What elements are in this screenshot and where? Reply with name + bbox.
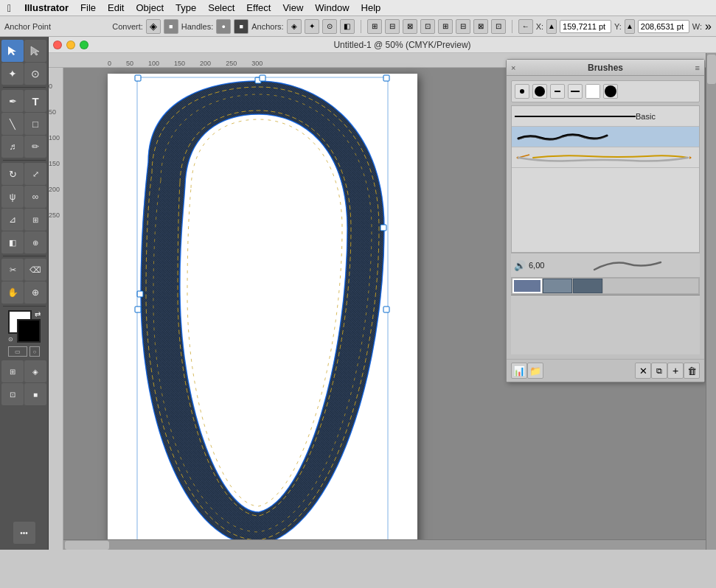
scrollbar-horizontal[interactable] bbox=[63, 539, 706, 550]
type-tool[interactable]: T bbox=[24, 90, 46, 112]
extra-tool-3[interactable]: ⊡ bbox=[1, 383, 24, 405]
brush-row-charcoal[interactable] bbox=[512, 127, 699, 147]
menu-illustrator[interactable]: Illustrator bbox=[18, 2, 74, 13]
scrollbar-thumb-h[interactable] bbox=[65, 541, 109, 550]
menu-object[interactable]: Object bbox=[130, 2, 170, 13]
y-value-input[interactable] bbox=[638, 20, 689, 33]
anchor-btn1[interactable]: ◈ bbox=[287, 19, 302, 34]
anchor-btn3[interactable]: ⊙ bbox=[322, 19, 337, 34]
shape-builder-tool[interactable]: ⊕ bbox=[24, 231, 46, 253]
menu-edit[interactable]: Edit bbox=[102, 2, 130, 13]
warp-tool[interactable]: ψ bbox=[1, 186, 24, 208]
handle-btn1[interactable]: ● bbox=[216, 19, 231, 34]
brush-dot-dash-med[interactable] bbox=[568, 84, 583, 99]
more-options[interactable]: » bbox=[705, 20, 712, 33]
zoom-tool[interactable]: ⊕ bbox=[24, 281, 46, 304]
convert-btn2[interactable]: ■ bbox=[164, 19, 178, 34]
arrow-left[interactable]: ← bbox=[518, 19, 533, 34]
direct-selection-tool[interactable] bbox=[24, 40, 46, 62]
brushes-titlebar[interactable]: × Brushes ≡ bbox=[507, 60, 704, 76]
align-right[interactable]: ⊠ bbox=[403, 19, 417, 34]
panel-libraries-icon[interactable]: 📊 bbox=[511, 363, 527, 379]
menu-select[interactable]: Select bbox=[202, 2, 240, 13]
align-center-v[interactable]: ⊞ bbox=[438, 19, 453, 34]
extra-tool-1[interactable]: ⊞ bbox=[1, 360, 24, 382]
x-direction[interactable]: ▲ bbox=[546, 19, 557, 34]
brush-dot-large[interactable] bbox=[532, 84, 547, 99]
gradient-tool[interactable]: ◧ bbox=[1, 231, 24, 253]
brush-dot-small[interactable] bbox=[515, 84, 529, 99]
align-top[interactable]: ⊡ bbox=[420, 19, 435, 34]
close-button[interactable] bbox=[53, 41, 62, 49]
canvas-area[interactable]: Untitled-1 @ 50% (CMYK/Preview) 0 50 100… bbox=[49, 37, 716, 550]
selection-tool[interactable] bbox=[1, 40, 24, 62]
brush-row-basic[interactable]: Basic bbox=[512, 106, 699, 127]
apple-menu[interactable]:  bbox=[0, 2, 18, 14]
brush-dot-dash-short[interactable] bbox=[550, 84, 565, 99]
fill-indicator[interactable]: ▭ bbox=[8, 346, 27, 357]
minimize-button[interactable] bbox=[66, 41, 75, 49]
panel-folder-icon[interactable]: 📁 bbox=[527, 363, 543, 379]
brush-dot-black[interactable] bbox=[603, 84, 618, 99]
menu-view[interactable]: View bbox=[277, 2, 309, 13]
pen-tool[interactable]: ✒ bbox=[1, 90, 24, 112]
document-title: Untitled-1 @ 50% (CMYK/Preview) bbox=[88, 40, 716, 50]
rectangle-tool[interactable]: □ bbox=[24, 113, 46, 135]
panel-menu-icon[interactable]: ≡ bbox=[695, 63, 700, 72]
stroke-indicator[interactable]: ○ bbox=[29, 346, 40, 357]
panel-copy-icon[interactable]: ⧉ bbox=[651, 363, 667, 379]
lasso-tool[interactable]: ⊙ bbox=[24, 63, 46, 85]
maximize-button[interactable] bbox=[80, 41, 88, 49]
brush-swatch-3[interactable] bbox=[573, 279, 602, 293]
panel-delete-icon[interactable]: ✕ bbox=[635, 363, 651, 379]
speaker-icon[interactable]: 🔊 bbox=[514, 260, 526, 271]
slice-tool[interactable]: ✂ bbox=[1, 259, 24, 281]
brush-row-calligraphy[interactable] bbox=[512, 147, 699, 168]
panel-new-icon[interactable]: + bbox=[667, 363, 684, 379]
panel-empty-area bbox=[511, 295, 700, 354]
scale-tool[interactable]: ⤢ bbox=[24, 163, 46, 185]
distribute-v[interactable]: ⊡ bbox=[491, 19, 506, 34]
paintbrush-tool[interactable]: ♬ bbox=[1, 136, 24, 158]
menu-type[interactable]: Type bbox=[170, 2, 202, 13]
menu-effect[interactable]: Effect bbox=[240, 2, 277, 13]
panel-close-icon[interactable]: × bbox=[511, 63, 515, 72]
brush-dot-empty[interactable] bbox=[585, 84, 600, 99]
swap-colors-icon[interactable]: ⇄ bbox=[35, 310, 41, 318]
toolbox: ✦ ⊙ ✒ T ╲ □ ♬ ✏ ↻ ⤢ ψ ∞ ⊿ ⊞ ◧ bbox=[0, 37, 49, 550]
tool-row-warp: ψ ∞ bbox=[1, 186, 46, 208]
hand-tool[interactable]: ✋ bbox=[1, 281, 24, 304]
background-color[interactable] bbox=[17, 319, 41, 343]
extra-tool-4[interactable]: ■ bbox=[24, 383, 46, 405]
eyedropper-tool[interactable]: ⊿ bbox=[1, 209, 24, 231]
reset-colors-icon[interactable]: ⊙ bbox=[8, 336, 13, 343]
align-left[interactable]: ⊞ bbox=[367, 19, 382, 34]
scrollbar-thumb-v[interactable] bbox=[707, 55, 716, 84]
menu-window[interactable]: Window bbox=[309, 2, 355, 13]
pencil-tool[interactable]: ✏ bbox=[24, 136, 46, 158]
artwork-svg bbox=[108, 74, 417, 550]
y-direction[interactable]: ▲ bbox=[625, 19, 635, 34]
anchor-btn4[interactable]: ◧ bbox=[340, 19, 355, 34]
align-center-h[interactable]: ⊟ bbox=[385, 19, 400, 34]
scrollbar-vertical[interactable] bbox=[706, 53, 716, 550]
brush-swatch-1[interactable] bbox=[512, 279, 542, 293]
line-tool[interactable]: ╲ bbox=[1, 113, 24, 135]
anchor-btn2[interactable]: ✦ bbox=[305, 19, 319, 34]
rotate-tool[interactable]: ↻ bbox=[1, 163, 24, 185]
convert-btn1[interactable]: ◈ bbox=[146, 19, 161, 34]
extra-tool-2[interactable]: ◈ bbox=[24, 360, 46, 382]
eraser-tool[interactable]: ⌫ bbox=[24, 259, 46, 281]
brush-swatch-2[interactable] bbox=[543, 279, 572, 293]
panel-trash-icon[interactable]: 🗑 bbox=[684, 363, 700, 379]
mesh-tool[interactable]: ⊞ bbox=[24, 209, 46, 231]
distribute-h[interactable]: ⊠ bbox=[473, 19, 488, 34]
more-tools[interactable]: ••• bbox=[13, 522, 35, 544]
menu-file[interactable]: File bbox=[74, 2, 102, 13]
menu-help[interactable]: Help bbox=[355, 2, 387, 13]
x-value-input[interactable] bbox=[560, 20, 611, 33]
handle-btn2[interactable]: ■ bbox=[234, 19, 248, 34]
magic-wand-tool[interactable]: ✦ bbox=[1, 63, 24, 85]
blend-tool[interactable]: ∞ bbox=[24, 186, 46, 208]
align-bottom[interactable]: ⊟ bbox=[456, 19, 470, 34]
